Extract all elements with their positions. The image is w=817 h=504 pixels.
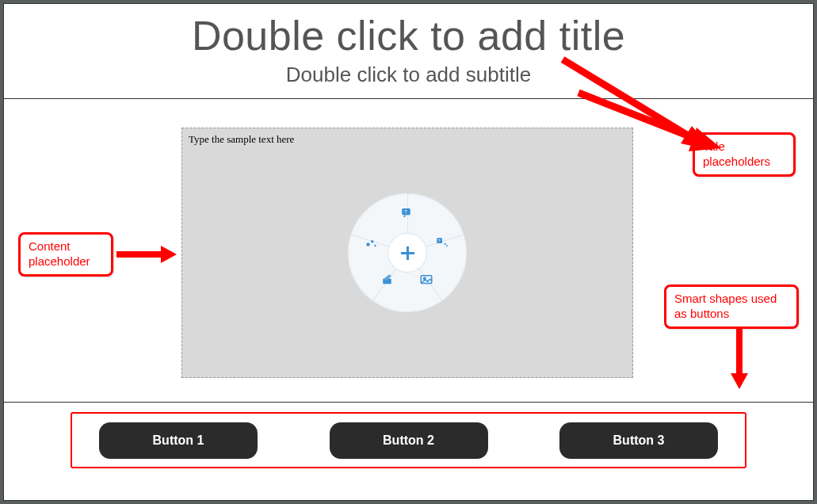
arrow-smart-shapes: [729, 327, 750, 391]
image-icon[interactable]: [418, 271, 435, 288]
callout-smart-shapes: Smart shapes used as buttons: [664, 284, 799, 329]
plus-icon: [398, 243, 417, 262]
text-caption-icon[interactable]: T: [399, 204, 416, 222]
callout-title-placeholders: Title placeholders: [693, 132, 796, 177]
svg-text:?: ?: [438, 239, 441, 243]
text-animation-icon[interactable]: [363, 235, 380, 252]
interaction-icon[interactable]: [380, 271, 397, 288]
title-area: Double click to add title Double click t…: [4, 4, 813, 99]
button-row-highlight: Button 1 Button 2 Button 3: [71, 412, 746, 468]
radial-add-button[interactable]: [388, 234, 426, 272]
question-icon[interactable]: ?: [433, 235, 451, 252]
callout-content-placeholder: Content placeholder: [18, 232, 113, 277]
content-placeholder-text[interactable]: Type the sample text here: [182, 128, 632, 151]
svg-point-4: [374, 245, 376, 246]
subtitle-placeholder[interactable]: Double click to add subtitle: [4, 63, 813, 87]
slide-canvas: Double click to add title Double click t…: [3, 3, 814, 501]
svg-point-3: [371, 240, 373, 242]
title-placeholder[interactable]: Double click to add title: [4, 12, 813, 59]
smart-shape-button-3[interactable]: Button 3: [559, 422, 718, 459]
arrow-content-placeholder: [115, 244, 178, 265]
svg-point-6: [445, 243, 446, 245]
svg-text:T: T: [404, 209, 407, 214]
svg-point-2: [366, 242, 370, 246]
smart-shape-button-1[interactable]: Button 1: [99, 422, 258, 459]
smart-shape-button-2[interactable]: Button 2: [330, 422, 488, 459]
footer-area: Button 1 Button 2 Button 3: [4, 402, 813, 478]
svg-point-7: [446, 245, 448, 246]
content-placeholder[interactable]: Type the sample text here T ?: [181, 128, 633, 378]
content-radial-menu: T ?: [348, 193, 467, 312]
body-area: Type the sample text here T ?: [4, 99, 813, 402]
